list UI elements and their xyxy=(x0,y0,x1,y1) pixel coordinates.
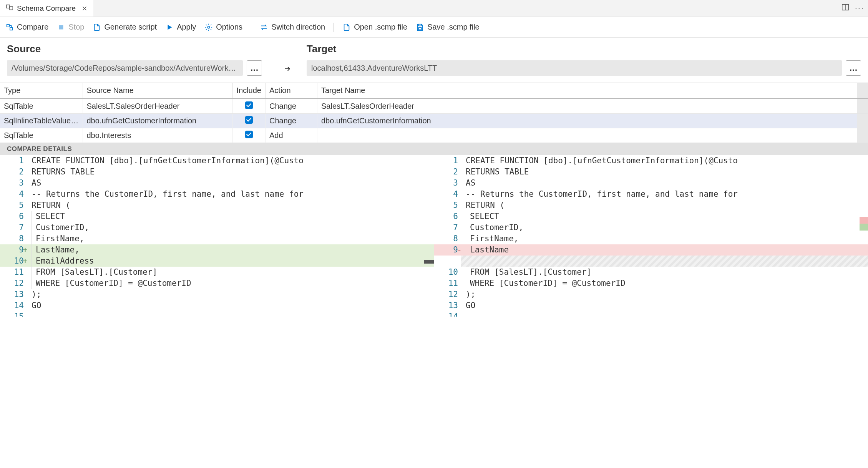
svg-rect-5 xyxy=(10,27,12,30)
options-label: Options xyxy=(216,23,242,32)
svg-point-7 xyxy=(207,26,210,28)
include-checkbox[interactable] xyxy=(245,101,253,109)
options-button[interactable]: Options xyxy=(204,23,242,32)
code-line: 5RETURN ( xyxy=(0,200,434,211)
code-line: 7CustomerID, xyxy=(0,222,434,233)
cell-sourcename: dbo.Interests xyxy=(83,128,232,143)
open-scmp-button[interactable]: Open .scmp file xyxy=(342,23,407,32)
cell-type: SqlTable xyxy=(0,128,83,143)
gutter: 6 xyxy=(434,211,461,222)
source-heading: Source xyxy=(7,43,268,55)
gutter: 14 xyxy=(434,311,461,317)
include-checkbox[interactable] xyxy=(245,116,253,124)
target-path-input[interactable]: localhost,61433.AdventureWorksLTT xyxy=(307,60,842,76)
code-text: LastName, xyxy=(27,244,434,256)
table-row[interactable]: SqlTabledbo.InterestsAdd xyxy=(0,128,868,143)
switch-label: Switch direction xyxy=(271,23,325,32)
schema-compare-icon xyxy=(5,3,14,13)
gutter: 12 xyxy=(434,289,461,300)
code-line: 7CustomerID, xyxy=(434,222,868,233)
cell-type: SqlTable xyxy=(0,99,83,114)
target-browse-button[interactable]: … xyxy=(846,60,861,76)
gutter: 8 xyxy=(0,233,27,244)
stop-label: Stop xyxy=(68,23,84,32)
gutter: 13 xyxy=(0,289,27,300)
include-checkbox[interactable] xyxy=(245,131,253,138)
sash-marker xyxy=(424,260,434,264)
code-text: CREATE FUNCTION [dbo].[ufnGetCustomerInf… xyxy=(27,155,434,166)
gutter: 13 xyxy=(434,300,461,311)
apply-button[interactable]: Apply xyxy=(165,23,196,32)
code-line: 13GO xyxy=(434,300,868,311)
cell-action: Change xyxy=(266,114,317,128)
gutter: 9+ xyxy=(0,244,27,256)
cell-action: Add xyxy=(266,128,317,143)
tab-schema-compare[interactable]: Schema Compare xyxy=(0,0,93,17)
switch-direction-button[interactable]: Switch direction xyxy=(260,23,325,32)
direction-arrow xyxy=(268,43,307,76)
minimap-marker-add xyxy=(860,224,868,231)
code-text: RETURN ( xyxy=(27,200,434,211)
code-text: CREATE FUNCTION [dbo].[ufnGetCustomerInf… xyxy=(461,155,868,166)
col-action-header[interactable]: Action xyxy=(266,83,317,99)
col-targetname-header[interactable]: Target Name xyxy=(317,83,858,99)
gutter: 5 xyxy=(434,200,461,211)
cell-include xyxy=(232,99,266,114)
col-sourcename-header[interactable]: Source Name xyxy=(83,83,232,99)
code-line: 6SELECT xyxy=(434,211,868,222)
svg-rect-8 xyxy=(418,24,421,26)
cell-type: SqlInlineTableValuedFu… xyxy=(0,114,83,128)
minimap[interactable] xyxy=(860,155,868,317)
code-text: AS xyxy=(27,178,434,189)
open-label: Open .scmp file xyxy=(354,23,407,32)
code-text xyxy=(461,256,868,267)
table-row[interactable]: SqlInlineTableValuedFu…dbo.ufnGetCustome… xyxy=(0,114,868,128)
code-text: RETURNS TABLE xyxy=(461,166,868,178)
code-diff-panes: 1CREATE FUNCTION [dbo].[ufnGetCustomerIn… xyxy=(0,155,868,317)
generate-script-button[interactable]: Generate script xyxy=(93,23,157,32)
more-actions-button[interactable]: ··· xyxy=(855,3,864,13)
svg-rect-1 xyxy=(10,7,13,10)
code-text: EmailAddress xyxy=(27,256,434,267)
cell-targetname: SalesLT.SalesOrderHeader xyxy=(317,99,858,114)
scrollbar-gutter[interactable] xyxy=(857,83,868,99)
code-line: 3AS xyxy=(0,178,434,189)
source-path-input[interactable]: /Volumes/Storage/CodeRepos/sample-sandbo… xyxy=(7,60,243,76)
compare-button[interactable]: Compare xyxy=(5,23,48,32)
separator xyxy=(251,23,251,32)
cell-targetname: dbo.ufnGetCustomerInformation xyxy=(317,114,858,128)
code-line: 6SELECT xyxy=(0,211,434,222)
source-code-pane[interactable]: 1CREATE FUNCTION [dbo].[ufnGetCustomerIn… xyxy=(0,155,434,317)
code-line: 1CREATE FUNCTION [dbo].[ufnGetCustomerIn… xyxy=(434,155,868,166)
gutter: 12 xyxy=(0,278,27,289)
code-text: WHERE [CustomerID] = @CustomerID xyxy=(27,278,434,289)
scrollbar-gutter xyxy=(857,114,868,128)
gutter: 10+ xyxy=(0,256,27,267)
code-line: 9-LastName xyxy=(434,244,868,256)
gutter: 7 xyxy=(0,222,27,233)
minimap-marker-del xyxy=(860,217,868,224)
tab-bar: Schema Compare ··· xyxy=(0,0,868,17)
col-type-header[interactable]: Type xyxy=(0,83,83,99)
source-browse-button[interactable]: … xyxy=(247,60,262,76)
save-scmp-button[interactable]: Save .scmp file xyxy=(416,23,480,32)
generate-label: Generate script xyxy=(104,23,157,32)
code-line: 9+LastName, xyxy=(0,244,434,256)
gutter: 10 xyxy=(434,267,461,278)
col-include-header[interactable]: Include xyxy=(232,83,266,99)
gutter: 2 xyxy=(0,166,27,178)
code-text: CustomerID, xyxy=(27,222,434,233)
gutter xyxy=(434,256,461,267)
code-text xyxy=(27,311,434,317)
table-row[interactable]: SqlTableSalesLT.SalesOrderHeaderChangeSa… xyxy=(0,99,868,114)
source-target-row: Source /Volumes/Storage/CodeRepos/sample… xyxy=(0,38,868,83)
tab-close-button[interactable] xyxy=(81,5,88,12)
code-line: 2RETURNS TABLE xyxy=(434,166,868,178)
gutter: 1 xyxy=(0,155,27,166)
split-editor-icon[interactable] xyxy=(841,3,850,13)
code-text: SELECT xyxy=(461,211,868,222)
gutter: 7 xyxy=(434,222,461,233)
gutter: 3 xyxy=(0,178,27,189)
gutter: 14 xyxy=(0,300,27,311)
target-code-pane[interactable]: 1CREATE FUNCTION [dbo].[ufnGetCustomerIn… xyxy=(434,155,868,317)
